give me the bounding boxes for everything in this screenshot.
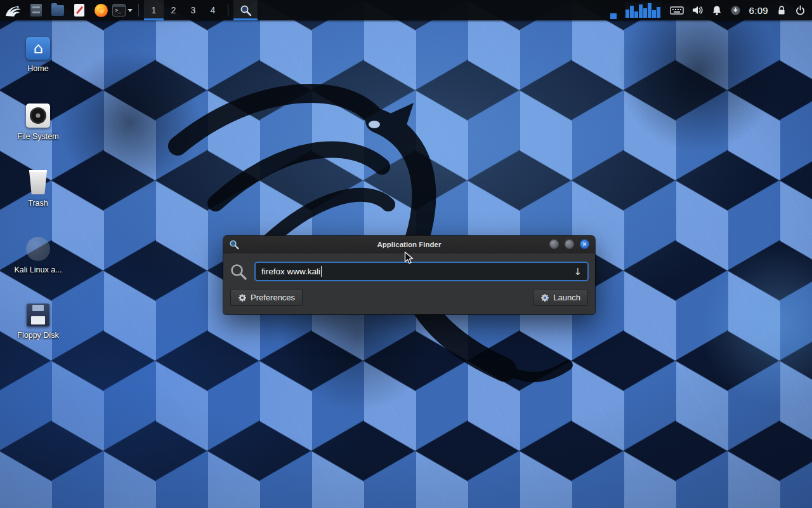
launcher-text-editor[interactable] bbox=[69, 0, 89, 20]
launcher-file-cabinet[interactable] bbox=[26, 0, 46, 20]
taskbar-appfinder-button[interactable] bbox=[233, 0, 258, 20]
system-monitor-graph[interactable] bbox=[625, 2, 662, 18]
launch-icon bbox=[540, 293, 549, 302]
terminal-icon: >_ bbox=[112, 4, 126, 17]
home-icon: ⌂ bbox=[26, 37, 50, 60]
launcher-firefox[interactable] bbox=[91, 0, 111, 20]
desktop-icon-trash[interactable]: Trash bbox=[9, 166, 67, 233]
search-input[interactable]: firefox www.kali ↓ bbox=[254, 262, 589, 281]
panel-separator bbox=[228, 4, 228, 17]
updates-icon[interactable] bbox=[730, 5, 741, 16]
desktop-icon-label: Home bbox=[27, 64, 48, 73]
panel-separator bbox=[138, 4, 139, 17]
workspace-label: 2 bbox=[171, 5, 176, 15]
appfinder-body: firefox www.kali ↓ Preferences bbox=[223, 253, 595, 314]
panel-tray: 6:09 bbox=[610, 0, 812, 20]
preferences-button[interactable]: Preferences bbox=[230, 289, 303, 306]
search-row: firefox www.kali ↓ bbox=[230, 260, 589, 288]
close-button[interactable]: ✕ bbox=[580, 239, 589, 249]
file-cabinet-icon bbox=[30, 4, 42, 17]
desktop-icon-label: File System bbox=[17, 132, 58, 141]
volume-disk-icon bbox=[26, 237, 50, 261]
workspace-button-2[interactable]: 2 bbox=[164, 0, 183, 20]
chevron-down-icon[interactable] bbox=[128, 9, 133, 12]
terminal-prompt-glyph: >_ bbox=[115, 8, 121, 13]
workspace-label: 4 bbox=[211, 5, 216, 15]
power-icon[interactable] bbox=[795, 5, 806, 16]
close-icon: ✕ bbox=[582, 241, 587, 248]
kali-logo-icon bbox=[4, 3, 21, 18]
clock[interactable]: 6:09 bbox=[749, 5, 768, 16]
workspace-label: 1 bbox=[152, 5, 157, 15]
search-input-value: firefox www.kali bbox=[261, 267, 320, 276]
desktop-icon-kali-volume[interactable]: Kali Linux a... bbox=[9, 233, 67, 300]
desktop-icon-label: Kali Linux a... bbox=[14, 265, 62, 274]
minimize-button[interactable] bbox=[549, 239, 559, 249]
trash-icon bbox=[28, 170, 48, 194]
button-row: Preferences Launch bbox=[230, 288, 589, 306]
application-finder-window: Application Finder ✕ firefox www.kali ↓ bbox=[223, 236, 595, 314]
house-glyph: ⌂ bbox=[33, 41, 43, 56]
floppy-icon bbox=[27, 304, 49, 326]
notifications-bell-icon[interactable] bbox=[712, 5, 722, 16]
desktop-icon-home[interactable]: ⌂ Home bbox=[9, 33, 67, 100]
search-icon bbox=[230, 263, 247, 281]
window-controls: ✕ bbox=[549, 239, 589, 249]
window-title: Application Finder bbox=[223, 241, 595, 248]
workspace-button-4[interactable]: 4 bbox=[203, 0, 223, 20]
keyboard-layout-icon[interactable] bbox=[670, 6, 684, 15]
text-editor-icon bbox=[74, 4, 84, 17]
desktop-icon-label: Floppy Disk bbox=[17, 331, 58, 340]
workspace-button-1[interactable]: 1 bbox=[144, 0, 164, 20]
workspace-button-3[interactable]: 3 bbox=[183, 0, 203, 20]
launcher-file-manager[interactable] bbox=[48, 0, 68, 20]
maximize-button[interactable] bbox=[565, 239, 574, 249]
workspace-label: 3 bbox=[191, 5, 196, 15]
desktop-icon-label: Trash bbox=[28, 199, 48, 208]
top-panel: >_ 1 2 3 4 bbox=[0, 0, 812, 20]
volume-icon[interactable] bbox=[692, 5, 704, 15]
desktop: >_ 1 2 3 4 bbox=[0, 0, 812, 508]
launch-label: Launch bbox=[553, 293, 580, 302]
launch-button[interactable]: Launch bbox=[533, 289, 588, 306]
preferences-label: Preferences bbox=[251, 293, 295, 302]
desktop-icon-floppy[interactable]: Floppy Disk bbox=[9, 300, 67, 366]
mini-monitor-block bbox=[610, 13, 617, 19]
lock-screen-icon[interactable] bbox=[776, 5, 787, 16]
firefox-icon bbox=[95, 4, 108, 17]
history-dropdown-icon[interactable]: ↓ bbox=[573, 266, 582, 277]
file-manager-icon bbox=[51, 5, 64, 16]
kali-menu-button[interactable] bbox=[0, 0, 25, 20]
panel-left: >_ 1 2 3 4 bbox=[0, 0, 258, 20]
magnifier-icon bbox=[240, 4, 252, 17]
text-cursor bbox=[321, 266, 322, 277]
desktop-icon-list: ⌂ Home File System Trash Kali Linux a...… bbox=[9, 33, 67, 366]
gear-icon bbox=[238, 293, 247, 302]
launcher-terminal[interactable]: >_ bbox=[112, 0, 133, 20]
titlebar[interactable]: Application Finder ✕ bbox=[223, 236, 595, 253]
desktop-icon-filesystem[interactable]: File System bbox=[9, 100, 67, 166]
filesystem-icon bbox=[26, 104, 50, 128]
